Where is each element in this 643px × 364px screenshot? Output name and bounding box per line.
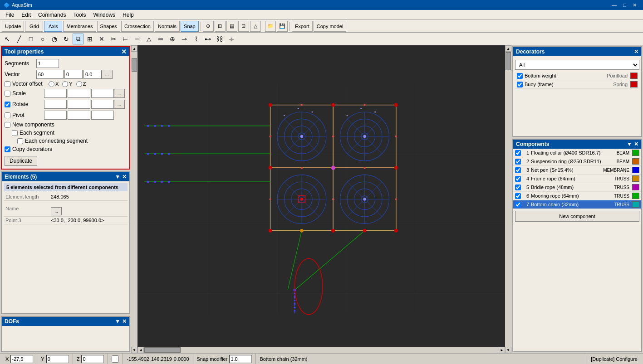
- menu-tools[interactable]: Tools: [69, 11, 89, 19]
- each-segment-checkbox[interactable]: [12, 130, 18, 136]
- tool-extra[interactable]: ⟛: [226, 34, 237, 44]
- radio-x-label[interactable]: X: [49, 81, 59, 87]
- segments-input[interactable]: [36, 59, 59, 68]
- components-collapse-btn[interactable]: ▼: [627, 141, 632, 147]
- menu-windows[interactable]: Windows: [89, 11, 119, 19]
- tool-cut-y[interactable]: ✂: [108, 34, 119, 44]
- tool-properties-close[interactable]: ✕: [121, 49, 127, 55]
- pivot-x-input[interactable]: [44, 111, 67, 120]
- pivot-y-input[interactable]: [68, 111, 90, 120]
- rotate-y-input[interactable]: [68, 100, 90, 109]
- component-3-name[interactable]: Net pen (Sn15.4%): [531, 167, 603, 173]
- tool-measure[interactable]: ⊷: [202, 34, 213, 44]
- component-4-checkbox[interactable]: [515, 176, 521, 182]
- rotate-x-input[interactable]: [44, 100, 67, 109]
- maximize-button[interactable]: □: [620, 1, 629, 9]
- canvas-scroll-down[interactable]: ▼: [505, 347, 511, 353]
- tool-circle[interactable]: ○: [37, 34, 48, 44]
- toolbar-crossection[interactable]: Crossection: [121, 21, 154, 32]
- component-3-checkbox[interactable]: [515, 167, 521, 173]
- component-2-checkbox[interactable]: [515, 159, 521, 165]
- toolbar-membranes[interactable]: Membranes: [63, 21, 96, 32]
- element-name-btn[interactable]: ...: [51, 207, 62, 215]
- toolbar-copy-model[interactable]: Copy model: [314, 21, 347, 32]
- minimize-button[interactable]: —: [609, 1, 619, 9]
- scale-dots-btn[interactable]: ...: [114, 89, 125, 98]
- new-components-checkbox[interactable]: [5, 122, 10, 128]
- components-close-btn[interactable]: ✕: [634, 141, 638, 147]
- component-7-name[interactable]: Bottom chain (32mm): [531, 202, 614, 207]
- toolbar-update[interactable]: Update: [2, 21, 24, 32]
- toolbar-axis[interactable]: Axis: [44, 21, 62, 32]
- rotate-z-input[interactable]: [91, 100, 114, 109]
- menu-help[interactable]: Help: [119, 11, 137, 19]
- scroll-up-arrow[interactable]: ▲: [131, 45, 137, 52]
- tool-tri[interactable]: △: [143, 34, 154, 44]
- component-6-checkbox[interactable]: [515, 193, 521, 199]
- pivot-z-input[interactable]: [91, 111, 114, 120]
- scale-y-input[interactable]: [68, 89, 90, 98]
- tool-rect[interactable]: □: [25, 34, 36, 44]
- component-6-name[interactable]: Mooring rope (64mm): [531, 193, 614, 199]
- tool-node[interactable]: ⊕: [167, 34, 178, 44]
- component-1-name[interactable]: Floating collar (Ø400 SDR16.7): [531, 150, 617, 155]
- elements-collapse-btn[interactable]: ▼: [115, 174, 120, 180]
- component-1-checkbox[interactable]: [515, 150, 521, 156]
- status-x-input[interactable]: [10, 355, 33, 363]
- each-connecting-checkbox[interactable]: [17, 138, 23, 144]
- tool-split[interactable]: ⊢: [120, 34, 131, 44]
- vector-x-input[interactable]: [36, 70, 64, 79]
- radio-y-label[interactable]: Y: [62, 81, 72, 87]
- toolbar-snap[interactable]: Snap: [181, 21, 199, 32]
- new-component-button[interactable]: New component: [515, 211, 639, 222]
- status-y-input[interactable]: [46, 355, 69, 363]
- status-z-input[interactable]: [81, 355, 104, 363]
- rotate-checkbox[interactable]: [5, 102, 10, 107]
- tool-line[interactable]: ╱: [14, 34, 25, 44]
- vector-y-input[interactable]: [64, 70, 83, 79]
- toolbar-icon4[interactable]: ⊡: [238, 21, 249, 32]
- tool-select[interactable]: ↖: [2, 34, 13, 44]
- dofs-close-btn[interactable]: ✕: [122, 318, 127, 325]
- canvas-scroll-left[interactable]: ◄: [137, 347, 144, 353]
- tool-duplicate[interactable]: ⧉: [73, 34, 83, 44]
- status-checkbox[interactable]: [112, 355, 119, 363]
- close-button[interactable]: ✕: [630, 1, 639, 9]
- vector-z-input[interactable]: [83, 70, 102, 79]
- tool-mirror[interactable]: ⊞: [84, 34, 95, 44]
- canvas-scroll-thumb[interactable]: [506, 52, 511, 70]
- component-2-name[interactable]: Suspension ring (Ø250 SDR11): [531, 159, 617, 164]
- component-7-checkbox[interactable]: [515, 202, 521, 208]
- decorators-filter[interactable]: All: [515, 60, 639, 70]
- toolbar-icon2[interactable]: ⊞: [215, 21, 226, 32]
- canvas-hscroll-thumb[interactable]: [144, 347, 181, 353]
- decorators-close[interactable]: ✕: [634, 49, 638, 55]
- duplicate-button[interactable]: Duplicate: [5, 156, 37, 166]
- canvas-area[interactable]: ▲ ▼ ◄ ►: [137, 45, 511, 353]
- toolbar-shapes[interactable]: Shapes: [97, 21, 120, 32]
- menu-edit[interactable]: Edit: [18, 11, 34, 19]
- elements-close-btn[interactable]: ✕: [122, 174, 127, 180]
- tool-chain[interactable]: ⛓: [214, 34, 225, 44]
- tool-arc[interactable]: ◔: [49, 34, 60, 44]
- toolbar-save[interactable]: 💾: [277, 21, 288, 32]
- vector-offset-checkbox[interactable]: [5, 81, 10, 87]
- menu-commands[interactable]: Commands: [34, 11, 69, 19]
- canvas-scroll-right[interactable]: ►: [499, 347, 505, 353]
- vector-dots-btn[interactable]: ...: [102, 70, 113, 79]
- component-4-name[interactable]: Frame rope (64mm): [531, 176, 614, 181]
- dofs-collapse-btn[interactable]: ▼: [115, 318, 120, 325]
- scale-checkbox[interactable]: [5, 91, 10, 97]
- toolbar-icon5[interactable]: △: [250, 21, 261, 32]
- radio-z[interactable]: [76, 81, 82, 87]
- tool-spring[interactable]: ⌇: [191, 34, 201, 44]
- scale-x-input[interactable]: [44, 89, 67, 98]
- tool-connector[interactable]: ⊸: [179, 34, 190, 44]
- scroll-down-arrow[interactable]: ▼: [131, 347, 137, 353]
- decorator-buoy-checkbox[interactable]: [517, 82, 523, 87]
- element-name-input[interactable]: [51, 202, 126, 207]
- scale-z-input[interactable]: [91, 89, 114, 98]
- tool-merge[interactable]: ⊣: [132, 34, 142, 44]
- toolbar-export[interactable]: Export: [292, 21, 313, 32]
- copy-decorators-checkbox[interactable]: [5, 146, 10, 152]
